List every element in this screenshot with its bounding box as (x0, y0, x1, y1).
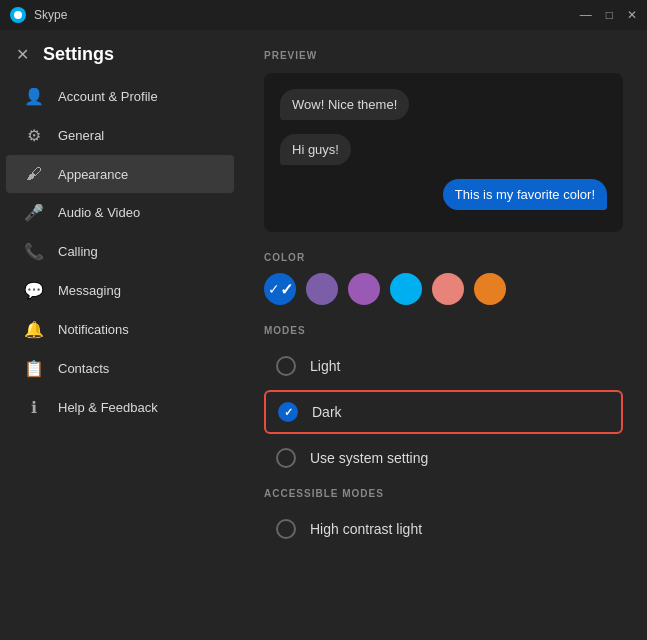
help-icon: ℹ (24, 398, 44, 417)
close-settings-button[interactable]: ✕ (16, 47, 29, 63)
messaging-label: Messaging (58, 283, 121, 298)
sidebar-item-general[interactable]: ⚙ General (6, 116, 234, 155)
radio-dark (278, 402, 298, 422)
appearance-icon: 🖌 (24, 165, 44, 183)
color-swatch-cyan[interactable] (390, 273, 422, 305)
settings-title: Settings (43, 44, 114, 65)
contacts-icon: 📋 (24, 359, 44, 378)
modes-label: MODES (264, 325, 623, 336)
general-label: General (58, 128, 104, 143)
mode-dark-label: Dark (312, 404, 342, 420)
title-bar-left: Skype (10, 7, 67, 23)
preview-bubble-left-2: Hi guys! (280, 134, 351, 165)
color-swatch-salmon[interactable] (432, 273, 464, 305)
sidebar-item-calling[interactable]: 📞 Calling (6, 232, 234, 271)
calling-label: Calling (58, 244, 98, 259)
settings-panel: ✕ Settings 👤 Account & Profile ⚙ General… (0, 30, 240, 640)
color-swatch-orange[interactable] (474, 273, 506, 305)
audio-video-label: Audio & Video (58, 205, 140, 220)
calling-icon: 📞 (24, 242, 44, 261)
mode-high-contrast-label: High contrast light (310, 521, 422, 537)
mode-high-contrast[interactable]: High contrast light (264, 509, 623, 549)
color-swatch-purple-light[interactable] (348, 273, 380, 305)
app-body: CA Ciprian Adrian Rusen ••• 🔍 People, gr… (0, 30, 647, 640)
sidebar-item-audio-video[interactable]: 🎤 Audio & Video (6, 193, 234, 232)
notifications-icon: 🔔 (24, 320, 44, 339)
color-swatches: ✓ (264, 273, 623, 305)
title-bar: Skype — □ ✕ (0, 0, 647, 30)
radio-light (276, 356, 296, 376)
sidebar-item-notifications[interactable]: 🔔 Notifications (6, 310, 234, 349)
radio-system (276, 448, 296, 468)
maximize-button[interactable]: □ (606, 8, 613, 22)
settings-header: ✕ Settings (0, 44, 240, 77)
sidebar-item-help[interactable]: ℹ Help & Feedback (6, 388, 234, 427)
messaging-icon: 💬 (24, 281, 44, 300)
accessible-label: ACCESSIBLE MODES (264, 488, 623, 499)
right-panel: PREVIEW Wow! Nice theme! Hi guys! This i… (240, 30, 647, 640)
mode-dark[interactable]: Dark (264, 390, 623, 434)
radio-high-contrast (276, 519, 296, 539)
mode-system-label: Use system setting (310, 450, 428, 466)
preview-label: PREVIEW (264, 50, 623, 61)
app-title: Skype (34, 8, 67, 22)
account-icon: 👤 (24, 87, 44, 106)
appearance-settings: PREVIEW Wow! Nice theme! Hi guys! This i… (240, 30, 647, 640)
window-controls: — □ ✕ (580, 8, 637, 22)
minimize-button[interactable]: — (580, 8, 592, 22)
audio-video-icon: 🎤 (24, 203, 44, 222)
contacts-label: Contacts (58, 361, 109, 376)
notifications-label: Notifications (58, 322, 129, 337)
sidebar-item-messaging[interactable]: 💬 Messaging (6, 271, 234, 310)
svg-point-0 (14, 11, 22, 19)
sidebar-item-account[interactable]: 👤 Account & Profile (6, 77, 234, 116)
general-icon: ⚙ (24, 126, 44, 145)
color-label: COLOR (264, 252, 623, 263)
color-swatch-blue[interactable]: ✓ (264, 273, 296, 305)
mode-light[interactable]: Light (264, 346, 623, 386)
appearance-label: Appearance (58, 167, 128, 182)
mode-light-label: Light (310, 358, 340, 374)
close-button[interactable]: ✕ (627, 8, 637, 22)
help-label: Help & Feedback (58, 400, 158, 415)
sidebar-item-contacts[interactable]: 📋 Contacts (6, 349, 234, 388)
mode-system[interactable]: Use system setting (264, 438, 623, 478)
sidebar-item-appearance[interactable]: 🖌 Appearance (6, 155, 234, 193)
preview-bubble-left-1: Wow! Nice theme! (280, 89, 409, 120)
color-swatch-purple-dark[interactable] (306, 273, 338, 305)
account-label: Account & Profile (58, 89, 158, 104)
preview-bubble-right: This is my favorite color! (443, 179, 607, 210)
skype-icon (10, 7, 26, 23)
preview-box: Wow! Nice theme! Hi guys! This is my fav… (264, 73, 623, 232)
